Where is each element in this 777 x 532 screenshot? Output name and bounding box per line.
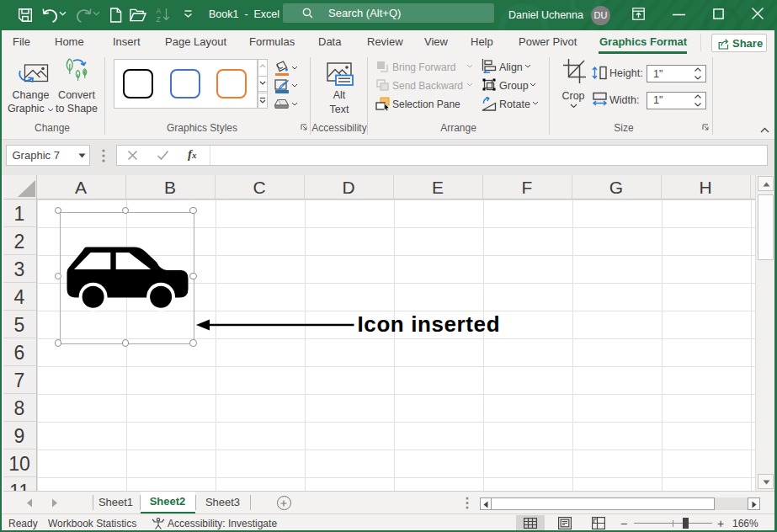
svg-text:Z: Z — [157, 15, 161, 23]
svg-text:A: A — [157, 7, 162, 15]
